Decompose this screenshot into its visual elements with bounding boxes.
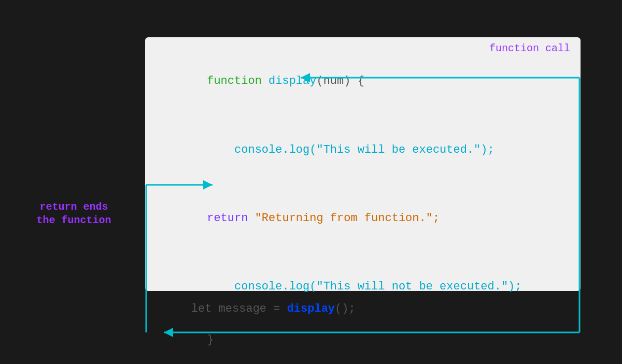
function-args: (num) { <box>316 75 364 88</box>
code-panel: function display(num) { console.log("Thi… <box>145 37 581 291</box>
return-keyword: return <box>207 212 255 225</box>
diagram-container: function display(num) { console.log("Thi… <box>26 17 596 348</box>
code-line-2: console.log("This will be executed."); <box>166 126 560 174</box>
closing-brace: } <box>207 333 214 346</box>
call-rest: (); <box>335 302 356 315</box>
display-call: display <box>287 302 335 315</box>
keyword-function: function <box>207 75 268 88</box>
code-line-3: return "Returning from function."; <box>166 195 560 242</box>
code-line-1: function display(num) { <box>166 58 560 106</box>
console-log-1: console.log("This will be executed."); <box>207 143 494 156</box>
return-ends-label: return endsthe function <box>31 200 117 227</box>
return-string: "Returning from function."; <box>255 212 440 225</box>
bottom-code-line: let message = display(); <box>164 289 356 328</box>
function-call-label: function call <box>489 42 570 54</box>
let-keyword: let message = <box>191 302 287 315</box>
function-name: display <box>268 75 316 88</box>
